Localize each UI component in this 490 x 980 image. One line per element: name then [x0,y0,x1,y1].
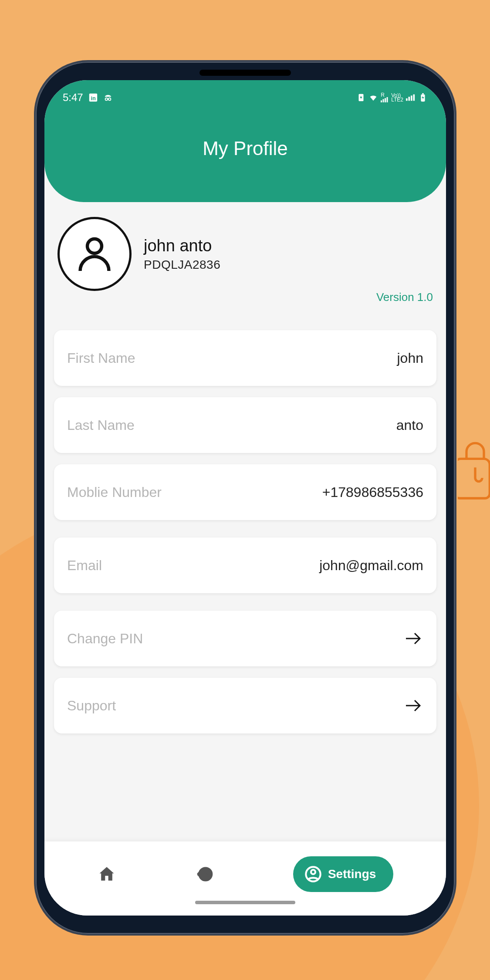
support-row[interactable]: Support [54,678,436,733]
status-time: 5:47 [63,91,83,104]
lte2-volte-label: Vo))LTE2 [391,93,403,102]
last-name-label: Last Name [67,417,135,433]
svg-rect-11 [411,95,412,101]
profile-code: PDQLJA2836 [144,258,220,272]
avatar[interactable] [57,217,132,291]
signal-roaming-label: R [381,93,389,103]
page-title: My Profile [44,138,446,159]
email-label: Email [67,558,102,574]
screen: 5:47 in R [44,80,446,916]
svg-point-2 [105,98,108,101]
svg-rect-9 [406,98,408,101]
svg-rect-10 [409,97,410,101]
last-name-value: anto [396,417,423,433]
wifi-icon [368,93,378,102]
speaker-notch [199,70,291,76]
battery-saver-icon [356,93,366,102]
first-name-label: First Name [67,350,135,366]
svg-rect-6 [383,99,384,102]
status-bar: 5:47 in R [44,86,446,105]
svg-rect-12 [413,95,415,101]
mobile-value: +178986855336 [322,484,423,500]
email-value: john@gmail.com [319,558,423,574]
nav-home[interactable] [97,865,116,884]
battery-icon [418,93,428,102]
paint-bucket-icon [458,440,490,501]
first-name-row[interactable]: First Name john [54,330,436,386]
phone-frame: 5:47 in R [36,62,455,934]
linkedin-icon: in [88,93,98,102]
svg-rect-8 [387,97,388,102]
email-row[interactable]: Email john@gmail.com [54,537,436,593]
mobile-label: Moblie Number [67,484,162,500]
svg-point-18 [311,870,315,874]
svg-point-15 [88,239,102,253]
svg-text:in: in [91,95,96,101]
svg-rect-7 [385,98,386,102]
support-label: Support [67,698,116,714]
mobile-row[interactable]: Moblie Number +178986855336 [54,464,436,520]
arrow-right-icon [402,628,423,649]
nav-settings-label: Settings [328,867,376,881]
app-header: 5:47 in R [44,80,446,202]
last-name-row[interactable]: Last Name anto [54,397,436,453]
svg-point-3 [108,98,111,101]
svg-rect-14 [422,93,424,95]
nav-settings[interactable]: Settings [293,856,393,892]
signal-icon [406,93,416,102]
change-pin-label: Change PIN [67,631,143,647]
home-indicator[interactable] [195,901,295,904]
profile-name: john anto [144,237,220,255]
nav-history[interactable] [195,865,214,884]
arrow-right-icon [402,695,423,716]
first-name-value: john [397,350,424,366]
profile-fields: First Name john Last Name anto Moblie Nu… [44,291,446,733]
svg-rect-5 [381,100,382,102]
profile-summary: john anto PDQLJA2836 Version 1.0 [44,202,446,291]
change-pin-row[interactable]: Change PIN [54,611,436,666]
incognito-icon [103,93,113,102]
version-label: Version 1.0 [376,291,433,304]
bottom-nav: Settings [44,841,446,916]
person-icon [304,865,322,883]
